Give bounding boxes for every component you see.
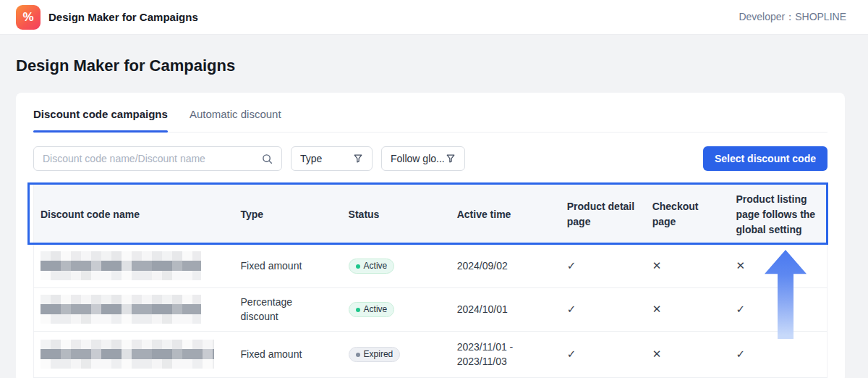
- tabs-bar: Discount code campaigns Automatic discou…: [33, 108, 827, 133]
- type-cell: Fixed amount: [234, 331, 342, 377]
- app-title: Design Maker for Campaigns: [48, 11, 198, 23]
- page-title: Design Maker for Campaigns: [16, 56, 868, 75]
- redacted-discount-name: [41, 251, 201, 280]
- filter-row: Type Follow glo... Select discount code: [33, 146, 827, 171]
- status-badge: Expired: [349, 347, 401, 362]
- status-badge: Active: [349, 302, 395, 317]
- active-time-cell: 2024/10/01: [451, 287, 561, 331]
- column-header: Product listing page follows the global …: [729, 185, 827, 244]
- type-cell: Percentage discount: [234, 287, 342, 331]
- column-header: Active time: [451, 185, 561, 244]
- campaigns-table: Discount code nameTypeStatusActive timeP…: [33, 185, 827, 378]
- redacted-discount-name: [41, 340, 214, 369]
- checkout-mark: ✕: [652, 348, 662, 360]
- table-row[interactable]: Percentage discount Active 2024/10/01 ✓ …: [34, 287, 827, 331]
- type-filter-label: Type: [300, 153, 322, 164]
- select-discount-code-button[interactable]: Select discount code: [703, 146, 827, 171]
- status-dot-icon: [356, 353, 360, 357]
- search-box[interactable]: [33, 146, 282, 171]
- table-row[interactable]: Fixed amount Expired 2023/11/01 - 2023/1…: [34, 331, 827, 377]
- top-bar: % Design Maker for Campaigns Developer：S…: [0, 0, 868, 35]
- search-input[interactable]: [43, 153, 262, 164]
- column-header: Checkout page: [646, 185, 730, 244]
- tab-discount-code-campaigns[interactable]: Discount code campaigns: [33, 108, 168, 132]
- status-dot-icon: [356, 264, 360, 269]
- campaigns-card: Discount code campaigns Automatic discou…: [16, 93, 845, 378]
- listing-mark: ✕: [736, 259, 745, 272]
- filter-funnel-icon: [353, 154, 363, 164]
- active-time-cell: 2024/09/02: [451, 244, 561, 287]
- column-header: Product detail page: [561, 185, 646, 244]
- product-detail-mark: ✓: [567, 348, 576, 360]
- type-filter-dropdown[interactable]: Type: [291, 146, 373, 171]
- checkout-mark: ✕: [652, 303, 662, 315]
- active-time-cell: 2023/11/01 - 2023/11/03: [451, 331, 561, 377]
- tab-automatic-discount[interactable]: Automatic discount: [190, 108, 281, 132]
- status-dot-icon: [356, 308, 360, 312]
- filter-funnel-icon: [446, 154, 456, 164]
- listing-mark: ✓: [736, 303, 745, 315]
- column-header: Discount code name: [34, 185, 234, 244]
- follow-global-filter-label: Follow glo...: [391, 153, 445, 164]
- checkout-mark: ✕: [652, 259, 662, 272]
- column-header: Type: [234, 185, 342, 244]
- status-badge: Active: [349, 259, 395, 274]
- table-row[interactable]: Fixed amount Active 2024/09/02 ✓ ✕ ✕: [34, 244, 827, 287]
- column-header: Status: [342, 185, 451, 244]
- app-logo-percent-icon: %: [16, 5, 41, 30]
- developer-account-label: Developer：SHOPLINE: [739, 11, 846, 24]
- table-header-row: Discount code nameTypeStatusActive timeP…: [34, 185, 827, 244]
- product-detail-mark: ✓: [567, 303, 576, 315]
- search-icon: [262, 154, 273, 164]
- follow-global-filter-dropdown[interactable]: Follow glo...: [381, 146, 465, 171]
- product-detail-mark: ✓: [567, 259, 576, 272]
- type-cell: Fixed amount: [234, 244, 342, 287]
- redacted-discount-name: [41, 295, 201, 324]
- listing-mark: ✓: [736, 348, 745, 360]
